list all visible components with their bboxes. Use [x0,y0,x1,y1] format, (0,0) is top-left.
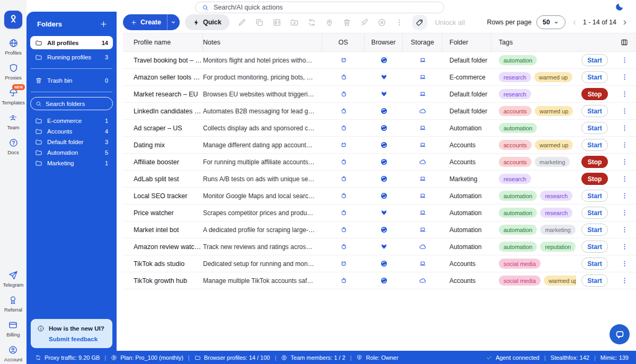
rail-item-proxies[interactable]: Proxies [5,63,22,81]
laptop-icon [419,175,427,183]
start-profile-button[interactable]: Start [581,241,608,253]
folder-item-automation[interactable]: Automation5 [30,147,113,158]
apple-icon [340,277,348,285]
stop-profile-button[interactable]: Stop [581,173,608,185]
folder-item-trash-bin[interactable]: Trash bin0 [30,74,113,87]
profile-row-price-watcher[interactable]: Price watcherScrapes competitor prices a… [123,205,636,221]
apple-icon [340,226,348,234]
column-picker-button[interactable] [613,33,636,51]
start-profile-button[interactable]: Start [581,207,608,219]
profile-row-local-seo-tracker[interactable]: Local SEO trackerMonitor Google Maps and… [123,188,636,205]
folder-item-running-profiles[interactable]: Running profiles3 [30,50,113,64]
stop-profile-button[interactable]: Stop [581,88,608,100]
rail-item-templates[interactable]: NEWTemplates [2,88,24,105]
duplicate-button[interactable] [251,14,268,30]
quick-actions-button[interactable]: Quick [185,14,229,30]
rail-item-docs[interactable]: Docs [7,138,19,155]
clone-card-button[interactable] [268,14,286,30]
profile-row-market-intel-bot[interactable]: Market intel botA dedicated profile for … [123,221,636,238]
profile-row-tiktok-growth-hub[interactable]: TikTok growth hubManage multiple TikTok … [123,272,636,289]
start-profile-button[interactable]: Start [581,71,608,83]
start-profile-button[interactable]: Start [581,274,608,287]
row-menu-button[interactable] [619,139,631,151]
column-header-browser[interactable]: Browser [365,33,403,51]
folder-item-all-profiles[interactable]: All profiles14 [30,36,113,49]
rail-item-referral[interactable]: Referral [4,295,22,313]
create-button[interactable]: Create [123,14,167,30]
folder-item-accounts[interactable]: Accounts4 [30,126,113,137]
folders-title: Folders [37,20,62,28]
start-profile-button[interactable]: Start [581,122,608,134]
create-dropdown-caret[interactable] [167,14,180,30]
pagination-next-button[interactable] [619,16,630,28]
tag-marketing: marketing [540,225,575,235]
start-profile-button[interactable]: Start [581,190,608,202]
rail-item-profiles[interactable]: Profiles [5,38,22,56]
unlock-all-button[interactable]: Unlock all [435,19,465,26]
row-menu-button[interactable] [619,241,631,253]
stop-profile-button[interactable]: Stop [581,156,608,168]
row-menu-button[interactable] [619,105,631,117]
rail-item-telegram[interactable]: Telegram [3,270,23,288]
app-logo[interactable] [4,11,22,29]
rail-item-billing[interactable]: Billing [6,320,20,338]
dark-mode-toggle[interactable] [615,2,624,12]
search-folders-input[interactable]: Search folders [30,97,113,110]
column-header-profile-name[interactable]: Profile name [123,33,203,51]
row-menu-button[interactable] [619,156,631,168]
sync-button[interactable] [303,14,321,30]
column-header-os[interactable]: OS [322,33,365,51]
row-menu-button[interactable] [619,258,631,270]
row-menu-button[interactable] [619,275,631,287]
row-menu-button[interactable] [619,207,631,219]
tag-button[interactable] [412,15,427,30]
edit-button[interactable] [233,14,251,30]
profile-row-amazon-review-watcher[interactable]: Amazon review watcherTrack new reviews a… [123,238,636,255]
column-header-notes[interactable]: Notes [203,33,322,51]
folder-item-default-folder[interactable]: Default folder3 [30,137,113,147]
profile-row-amazon-seller-tools-us[interactable]: Amazon seller tools – USFor product moni… [123,69,636,86]
person-circle-icon [8,345,18,355]
support-chat-button[interactable] [610,324,630,344]
profile-row-dating-mix[interactable]: Dating mixManage different dating app ac… [123,137,636,154]
profile-row-tiktok-ads-studio[interactable]: TikTok ads studioDedicated setup for run… [123,255,636,272]
profile-row-market-research-eu[interactable]: Market research – EUBrowses EU websites … [123,86,636,103]
row-menu-button[interactable] [619,122,631,134]
start-profile-button[interactable]: Start [581,54,608,66]
submit-feedback-link[interactable]: Submit feedback [49,336,106,342]
kebab-button[interactable] [391,14,408,30]
row-menu-button[interactable] [619,173,631,185]
column-header-storage[interactable]: Storage [403,33,443,51]
apple-icon [340,158,348,166]
profile-row-affiliate-booster[interactable]: Affiliate boosterFor running multiple af… [123,154,636,171]
profile-row-ad-scraper-us[interactable]: Ad scraper – USCollects display ads and … [123,120,636,137]
global-search-input[interactable]: Search/AI quick actions [195,2,444,13]
start-profile-button[interactable]: Start [581,139,608,151]
rail-item-account[interactable]: Account [4,345,22,362]
start-profile-button[interactable]: Start [581,258,608,270]
row-menu-button[interactable] [619,72,631,83]
column-header-tags[interactable]: Tags [491,33,576,51]
x-circle-button[interactable] [373,14,391,30]
row-menu-button[interactable] [619,55,631,66]
row-menu-button[interactable] [619,224,631,236]
move-folder-button[interactable] [286,14,303,30]
rows-per-page-select[interactable]: 50 [536,15,566,29]
pagination-prev-button[interactable] [570,16,580,28]
folder-item-marketing[interactable]: Marketing1 [30,158,113,168]
folder-item-e-commerce[interactable]: E-commerce1 [30,116,113,126]
profile-row-adlab-split-test[interactable]: AdLab split testRuns A/B tests on ads wi… [123,171,636,188]
column-header-folder[interactable]: Folder [443,33,491,51]
rocket-button[interactable] [356,14,373,30]
start-profile-button[interactable]: Start [581,224,608,236]
row-menu-button[interactable] [619,190,631,202]
row-menu-button[interactable] [619,88,631,100]
pin-button[interactable] [321,14,338,30]
add-folder-button[interactable] [99,20,108,29]
profile-row-linkedin-candidates-uk[interactable]: LinkedIn candidates – UKAutomates B2B me… [123,103,636,120]
os-cell [322,73,365,81]
rail-item-team[interactable]: Team [7,113,19,130]
trash-button[interactable] [338,14,356,30]
start-profile-button[interactable]: Start [581,105,608,117]
profile-row-travel-booking-bot-us[interactable]: Travel booking bot – USMonitors flight a… [123,52,636,69]
